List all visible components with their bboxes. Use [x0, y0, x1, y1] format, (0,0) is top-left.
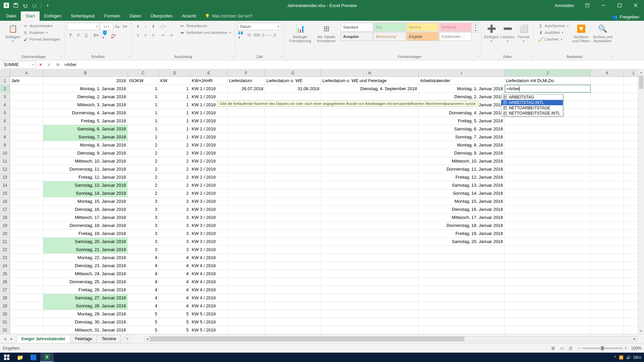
cell[interactable]: 2 [159, 157, 190, 165]
cell[interactable] [591, 326, 624, 334]
cell[interactable] [265, 157, 321, 165]
cell[interactable] [265, 310, 321, 318]
cell[interactable] [265, 326, 321, 334]
cell[interactable] [505, 117, 591, 125]
add-sheet-button[interactable]: + [124, 335, 131, 343]
cell[interactable] [591, 205, 624, 213]
row-header[interactable]: 27 [0, 286, 10, 294]
cell[interactable]: KW 5 / 2018 [190, 326, 227, 334]
cell[interactable] [10, 205, 43, 213]
cell[interactable] [265, 125, 321, 133]
formula-autocomplete[interactable]: 🄵ARBEITSTAG🄵ARBEITSTAG.INTL🄵NETTOARBEITS… [501, 94, 563, 116]
cell[interactable] [505, 318, 591, 326]
cell[interactable]: 4 [159, 254, 190, 261]
row-header[interactable]: 11 [0, 157, 10, 165]
cell[interactable] [505, 125, 591, 133]
cell[interactable]: Freitag, 19. Januar 2018 [419, 230, 504, 237]
style-neutral[interactable]: Neutral [407, 23, 439, 32]
cell[interactable] [228, 230, 265, 237]
cell[interactable]: 2 [128, 173, 159, 181]
cell[interactable] [10, 230, 43, 237]
cell[interactable]: Montag, 1. Januar 2018 [419, 85, 504, 93]
cell[interactable]: KW 1 / 2018 [190, 133, 227, 141]
cell[interactable] [10, 157, 43, 165]
qat-customize-icon[interactable]: ▾ [43, 1, 52, 10]
cell[interactable]: Lieferdatum mit Di,Mi,Do [505, 77, 591, 84]
cell[interactable] [505, 246, 591, 253]
cell[interactable] [10, 238, 43, 245]
cell[interactable]: 4 [128, 294, 159, 302]
cell[interactable]: Dienstag, 2. Januar 2018 [43, 93, 127, 101]
cell[interactable]: Dienstag, 23. Januar 2018 [43, 262, 127, 269]
cell[interactable]: Freitag, 5. Januar 2018 [43, 117, 127, 125]
cell[interactable] [591, 141, 624, 149]
tab-file[interactable]: Datei [1, 11, 21, 21]
cell[interactable] [10, 173, 43, 181]
cell[interactable] [591, 189, 624, 197]
style-erklaerend[interactable]: Erklärender ... [439, 32, 472, 41]
fill-color-button[interactable]: 🪣▾ [102, 32, 109, 39]
merge-center-button[interactable]: ⬌Verbinden und zentrieren▾ [178, 29, 232, 36]
cell[interactable] [228, 294, 265, 302]
cell[interactable]: Montag, 8. Januar 2018 [43, 141, 127, 149]
cell[interactable] [505, 189, 591, 197]
align-bottom-icon[interactable]: ⬇ [150, 23, 157, 30]
cell[interactable] [321, 270, 419, 278]
row-header[interactable]: 3 [0, 93, 10, 101]
cell[interactable] [10, 197, 43, 205]
cell[interactable]: 5 [128, 318, 159, 326]
cell[interactable]: 3 [159, 246, 190, 253]
cell[interactable] [228, 157, 265, 165]
cell[interactable]: KW 3 / 2018 [190, 205, 227, 213]
cell[interactable] [321, 286, 419, 294]
cell[interactable]: Dienstag, 30. Januar 2018 [43, 318, 127, 326]
cell[interactable] [228, 109, 265, 117]
cell[interactable] [228, 165, 265, 173]
cell[interactable]: Samstag, 13. Januar 2018 [43, 181, 127, 189]
cell[interactable] [321, 181, 419, 189]
scroll-thumb[interactable] [639, 75, 643, 89]
cell[interactable] [10, 286, 43, 294]
cell[interactable]: Dienstag, 9. Januar 2018 [419, 149, 504, 157]
redo-icon[interactable] [30, 1, 39, 10]
cell[interactable]: 2 [159, 141, 190, 149]
row-header[interactable]: 14 [0, 181, 10, 189]
cell[interactable]: Sonntag, 14. Januar 2018 [419, 189, 504, 197]
cell[interactable]: KW 3 / 2018 [190, 230, 227, 237]
cell[interactable] [10, 133, 43, 141]
row-header[interactable]: 13 [0, 173, 10, 181]
cell[interactable]: Samstag, 27. Januar 2018 [43, 294, 127, 302]
italic-button[interactable]: K [75, 32, 82, 39]
cell[interactable] [265, 109, 321, 117]
col-header-I[interactable]: I [419, 69, 504, 76]
cell[interactable]: Samstag, 6. Januar 2018 [43, 125, 127, 133]
view-pagebreak-icon[interactable]: ⊡ [567, 345, 575, 352]
number-format-select[interactable]: Datum▾ [238, 23, 281, 30]
cell[interactable]: KW [159, 77, 190, 84]
scroll-right-icon[interactable]: ► [632, 337, 637, 341]
close-icon[interactable] [628, 0, 643, 11]
cell[interactable]: KW 2 / 2018 [190, 189, 227, 197]
cell[interactable]: 4 [159, 262, 190, 269]
cell[interactable] [321, 238, 419, 245]
cell[interactable] [419, 326, 504, 334]
sheet-tab[interactable]: Feiertage [70, 335, 97, 343]
cell[interactable]: Arbeitskalender [419, 77, 504, 84]
row-header[interactable]: 18 [0, 214, 10, 221]
cell[interactable] [591, 77, 624, 84]
cell[interactable] [10, 302, 43, 310]
autocomplete-item[interactable]: 🄵ARBEITSTAG [501, 95, 563, 100]
fill-button[interactable]: ⬇Ausfüllen▾ [537, 29, 570, 36]
cell[interactable]: KW 2 / 2018 [190, 157, 227, 165]
cell[interactable] [591, 278, 624, 286]
cell[interactable] [321, 149, 419, 157]
bold-button[interactable]: F [67, 32, 74, 39]
tab-formulas[interactable]: Formeln [100, 11, 125, 21]
minimize-icon[interactable] [596, 0, 611, 11]
tellme-search[interactable]: 💡Was möchten Sie tun? [205, 12, 252, 21]
cell[interactable] [228, 125, 265, 133]
cell[interactable] [228, 270, 265, 278]
zoom-out-icon[interactable]: − [578, 346, 580, 351]
cell[interactable] [228, 181, 265, 189]
find-select-button[interactable]: 🔍Suchen und Auswählen [593, 23, 613, 43]
